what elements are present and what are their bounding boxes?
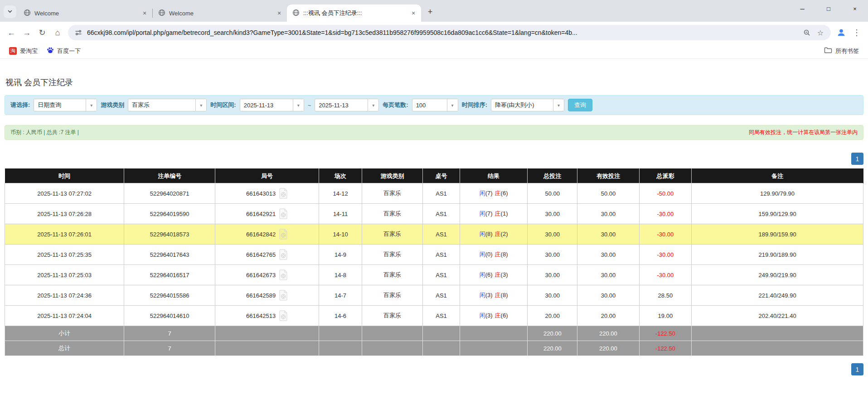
total-bet-cell: 30.00 xyxy=(528,204,577,224)
table-number-cell: AS1 xyxy=(423,306,460,326)
round-cell: 661643013 xyxy=(215,183,319,204)
round-number: 661642589 xyxy=(246,292,276,299)
player-result-value: (8) xyxy=(485,231,493,237)
game-type-select[interactable]: 百家乐 ▾ xyxy=(128,99,207,111)
header-round: 局号 xyxy=(215,169,319,183)
game-type-cell: 百家乐 xyxy=(362,265,422,285)
page-1-button[interactable]: 1 xyxy=(851,363,863,375)
page-size-select[interactable]: 100 ▾ xyxy=(412,99,458,111)
globe-icon xyxy=(24,9,31,18)
bookmark-label: 爱淘宝 xyxy=(20,47,38,55)
table-row: 2025-11-13 07:26:28 522964019590 6616429… xyxy=(5,204,863,224)
banker-result-label: 庄 xyxy=(495,210,501,217)
video-record-icon[interactable] xyxy=(279,269,288,280)
video-record-icon[interactable] xyxy=(279,188,288,199)
date-from-select[interactable]: 2025-11-13 ▾ xyxy=(240,99,304,111)
chevron-down-icon: ▾ xyxy=(293,99,304,111)
star-icon[interactable]: ☆ xyxy=(815,28,825,38)
total-valid-bet: 220.00 xyxy=(577,341,639,356)
minimize-icon[interactable]: ─ xyxy=(789,0,815,17)
video-record-icon[interactable] xyxy=(279,310,288,321)
total-count: 7 xyxy=(124,341,215,356)
player-result-value: (6) xyxy=(485,271,493,278)
table-number-cell: AS1 xyxy=(423,285,460,306)
tab-title: Welcome xyxy=(34,10,137,17)
reload-icon[interactable]: ↻ xyxy=(34,25,50,40)
bookmark-taobao[interactable]: 淘 爱淘宝 xyxy=(5,45,41,57)
empty-cell xyxy=(362,341,422,356)
chevron-down-icon: ▾ xyxy=(447,99,458,111)
url-text[interactable]: 66cxkj98.com/ipl/portal.php/game/betreco… xyxy=(87,29,798,36)
all-bookmarks-label: 所有书签 xyxy=(835,47,859,55)
site-info-icon[interactable] xyxy=(73,28,83,38)
player-result-value: (7) xyxy=(485,190,493,197)
tab-search-button[interactable] xyxy=(4,5,16,18)
maximize-icon[interactable]: □ xyxy=(815,0,842,17)
close-icon[interactable]: × xyxy=(409,9,417,17)
round-cell: 661642513 xyxy=(215,306,319,326)
player-result-label: 闲 xyxy=(480,292,485,298)
total-total-bet: 220.00 xyxy=(528,341,577,356)
game-type-value: 百家乐 xyxy=(128,101,153,109)
tab-betrecord-active[interactable]: :::视讯 会员下注纪录::: × xyxy=(287,5,421,22)
empty-cell xyxy=(215,341,319,356)
query-type-select[interactable]: 日期查询 ▾ xyxy=(34,99,97,111)
round-cell: 661642673 xyxy=(215,265,319,285)
date-range-label: 时间区间: xyxy=(210,101,236,109)
payout-cell: -30.00 xyxy=(639,245,692,265)
close-icon[interactable]: × xyxy=(141,9,149,17)
payout-cell: -30.00 xyxy=(639,204,692,224)
total-label: 总计 xyxy=(5,341,124,356)
close-icon[interactable]: × xyxy=(275,9,283,17)
address-bar[interactable]: 66cxkj98.com/ipl/portal.php/game/betreco… xyxy=(68,25,831,40)
close-window-icon[interactable]: × xyxy=(842,0,868,17)
page-1-button[interactable]: 1 xyxy=(851,153,863,165)
result-cell: 闲(3)庄(8) xyxy=(460,285,528,306)
video-record-icon[interactable] xyxy=(279,249,288,260)
page-size-value: 100 xyxy=(412,102,430,109)
banker-result-value: (6) xyxy=(501,312,508,319)
new-tab-button[interactable]: + xyxy=(424,5,436,18)
payout-cell: 28.50 xyxy=(639,285,692,306)
subtotal-payout: -122.50 xyxy=(639,326,692,341)
video-record-icon[interactable] xyxy=(279,208,288,219)
menu-kebab-icon[interactable]: ⋮ xyxy=(849,25,864,40)
search-button[interactable]: 查询 xyxy=(568,99,592,111)
table-row: 2025-11-13 07:24:36 522964015586 6616425… xyxy=(5,285,863,306)
forward-icon[interactable]: → xyxy=(19,25,34,40)
bet-records-table: 时间 注单编号 局号 场次 游戏类别 桌号 结果 总投注 有效投注 总派彩 备注… xyxy=(5,168,863,356)
page-title: 视讯 会员下注纪录 xyxy=(5,77,868,88)
game-type-cell: 百家乐 xyxy=(362,285,422,306)
tab-welcome-1[interactable]: Welcome × xyxy=(18,5,152,22)
total-bet-cell: 30.00 xyxy=(528,265,577,285)
session-cell: 14-8 xyxy=(319,265,362,285)
header-bet-id: 注单编号 xyxy=(124,169,215,183)
all-bookmarks-button[interactable]: 所有书签 xyxy=(820,45,863,57)
header-time: 时间 xyxy=(5,169,124,183)
player-result-value: (3) xyxy=(485,292,493,298)
banker-result-value: (6) xyxy=(501,190,508,197)
player-result-label: 闲 xyxy=(480,271,485,278)
video-record-icon[interactable] xyxy=(279,229,288,240)
game-type-label: 游戏类别 xyxy=(101,101,124,109)
time-cell: 2025-11-13 07:25:03 xyxy=(5,265,124,285)
tab-strip: Welcome × Welcome × :::视讯 会员下注纪录::: × + … xyxy=(0,0,868,22)
bet-id-cell: 522964017643 xyxy=(124,245,215,265)
empty-cell xyxy=(423,341,460,356)
video-record-icon[interactable] xyxy=(279,290,288,301)
sort-order-value: 降幂(由大到小) xyxy=(491,101,538,109)
bookmark-baidu[interactable]: 百度一下 xyxy=(43,45,84,57)
zoom-icon[interactable] xyxy=(802,28,812,38)
header-valid-bet: 有效投注 xyxy=(577,169,639,183)
chevron-down-icon: ▾ xyxy=(86,99,97,111)
banker-result-value: (8) xyxy=(501,251,508,258)
tab-welcome-2[interactable]: Welcome × xyxy=(153,5,287,22)
summary-bar: 币别 : 人民币 | 总共 :7 注单 | 同局有效投注，统一计算在该局第一张注… xyxy=(5,125,863,140)
chevron-down-icon: ▾ xyxy=(368,99,378,111)
round-number: 661642513 xyxy=(246,312,276,319)
avatar[interactable] xyxy=(834,25,849,40)
sort-order-select[interactable]: 降幂(由大到小) ▾ xyxy=(491,99,564,111)
date-to-select[interactable]: 2025-11-13 ▾ xyxy=(315,99,379,111)
home-icon[interactable]: ⌂ xyxy=(50,25,65,40)
back-icon[interactable]: ← xyxy=(4,25,19,40)
